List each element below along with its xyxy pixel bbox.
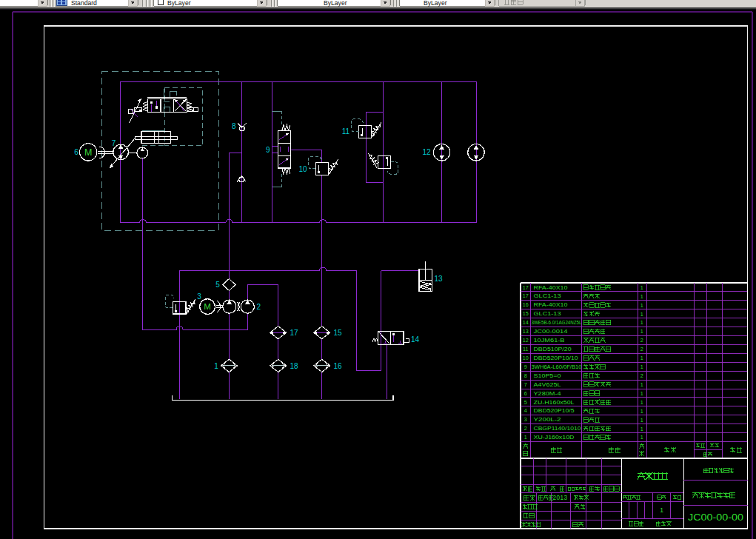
svg-text:Y200L-2: Y200L-2 (534, 417, 561, 422)
svg-text:12: 12 (523, 337, 529, 344)
svg-text:1: 1 (524, 434, 527, 441)
svg-text:2: 2 (640, 346, 643, 352)
svg-text:1: 1 (640, 319, 643, 326)
svg-text:1: 1 (640, 399, 643, 406)
svg-text:17: 17 (523, 284, 529, 291)
svg-text:3WE5B-6.0/1AG24NZ5L: 3WE5B-6.0/1AG24NZ5L (532, 320, 582, 325)
svg-text:3: 3 (197, 292, 201, 301)
svg-text:M: M (84, 147, 92, 158)
svg-text:17: 17 (290, 329, 299, 337)
svg-text:14: 14 (411, 335, 420, 344)
svg-text:7: 7 (524, 381, 527, 388)
svg-text:M: M (204, 302, 211, 311)
svg-text:15: 15 (334, 329, 343, 337)
svg-text:10JM61-B: 10JM61-B (534, 338, 565, 343)
svg-text:5: 5 (524, 399, 527, 406)
svg-text:ByLayer: ByLayer (167, 0, 191, 7)
svg-text:1: 1 (640, 426, 643, 432)
svg-text:2: 2 (524, 425, 527, 432)
svg-text:1: 1 (640, 355, 643, 361)
svg-text:1: 1 (640, 381, 643, 388)
svg-text:A4V625L: A4V625L (534, 382, 561, 387)
svg-text:2: 2 (640, 337, 643, 344)
svg-text:1: 1 (214, 362, 218, 370)
svg-text:XU-J160x10D: XU-J160x10D (534, 435, 575, 440)
svg-text:11: 11 (342, 127, 350, 135)
svg-text:17: 17 (523, 292, 529, 299)
svg-text:1: 1 (640, 434, 643, 441)
svg-text:RFA-40X10: RFA-40X10 (534, 302, 568, 307)
svg-text:1: 1 (640, 302, 643, 309)
svg-text:CBGP1140/1010: CBGP1140/1010 (534, 426, 581, 431)
svg-text:ByLayer: ByLayer (324, 0, 347, 7)
svg-text:1: 1 (640, 364, 643, 370)
svg-text:16: 16 (523, 301, 529, 308)
svg-text:1: 1 (640, 408, 643, 415)
svg-text:DBD520P10/10: DBD520P10/10 (534, 355, 578, 361)
svg-text:2013: 2013 (552, 495, 567, 501)
svg-text:12: 12 (422, 148, 431, 156)
svg-text:ByLayer: ByLayer (424, 0, 447, 7)
svg-text:2: 2 (640, 372, 643, 379)
svg-text:2: 2 (257, 303, 261, 311)
svg-text:7: 7 (112, 139, 116, 147)
svg-text:14: 14 (523, 319, 529, 326)
svg-text:DBD510P/20: DBD510P/20 (534, 346, 572, 352)
svg-text:9: 9 (266, 146, 270, 154)
svg-text:JC00-0014: JC00-0014 (534, 329, 568, 334)
svg-text:8: 8 (524, 372, 527, 379)
svg-text:1: 1 (660, 506, 663, 514)
svg-text:10: 10 (523, 355, 529, 361)
svg-text:3WH6A-L60/0F/B10: 3WH6A-L60/0F/B10 (532, 364, 582, 369)
svg-text:1: 1 (640, 328, 643, 335)
svg-text:5: 5 (215, 281, 220, 289)
svg-text:GLC1-13: GLC1-13 (534, 293, 561, 298)
svg-text:GLC1-13: GLC1-13 (534, 311, 561, 316)
svg-text:Standard: Standard (71, 0, 97, 7)
svg-text:1: 1 (640, 293, 643, 300)
svg-text:10: 10 (298, 165, 307, 173)
svg-text:11: 11 (523, 346, 528, 352)
svg-text:1: 1 (640, 311, 643, 318)
svg-text:15: 15 (523, 310, 529, 317)
svg-text:18: 18 (290, 362, 299, 370)
svg-text:RFA-40X10: RFA-40X10 (534, 285, 568, 290)
svg-text:13: 13 (523, 328, 529, 335)
svg-text:3: 3 (524, 416, 527, 423)
svg-text:JC00-00-00: JC00-00-00 (688, 512, 743, 523)
svg-text:DBD520P10/5: DBD520P10/5 (534, 408, 575, 413)
svg-text:S10P5=0: S10P5=0 (534, 373, 561, 378)
svg-text:13: 13 (435, 275, 444, 283)
svg-text:1: 1 (640, 417, 643, 424)
svg-text:1: 1 (640, 390, 643, 397)
svg-text:8: 8 (232, 122, 236, 130)
svg-text:ZU-H160x50L: ZU-H160x50L (534, 400, 575, 405)
svg-text:4: 4 (524, 407, 527, 414)
svg-text:9: 9 (524, 364, 527, 370)
svg-text:6: 6 (74, 148, 78, 156)
svg-text:6: 6 (524, 390, 527, 397)
svg-text:1: 1 (640, 284, 643, 291)
svg-text:Y280M-4: Y280M-4 (534, 391, 561, 396)
svg-text:16: 16 (334, 362, 343, 370)
